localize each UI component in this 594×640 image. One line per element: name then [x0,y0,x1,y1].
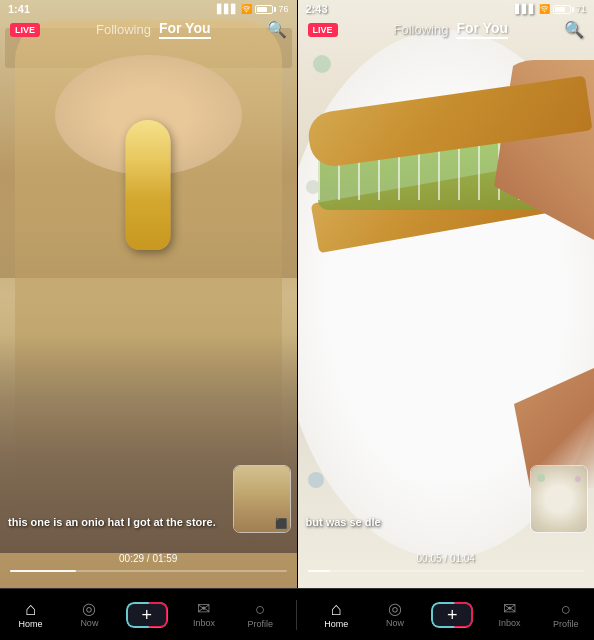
nav-divider [296,600,297,630]
right-nav-tabs[interactable]: Following For You [394,20,509,39]
now-label-left: Now [80,618,98,628]
inbox-icon-right: ✉ [503,601,516,617]
home-label-left: Home [19,619,43,629]
bottom-nav: ⌂ Home ◎ Now + ✉ Inbox ○ Profile [0,588,594,640]
nav-home-left[interactable]: ⌂ Home [8,600,53,629]
nav-add-left[interactable]: + [126,602,168,628]
left-caption: this one is an onio hat I got at the sto… [8,515,232,530]
nav-inbox-right[interactable]: ✉ Inbox [490,601,530,628]
inbox-label-left: Inbox [193,618,215,628]
thumbnail-right[interactable] [530,465,588,533]
profile-label-left: Profile [247,619,273,629]
profile-icon-right: ○ [561,601,571,618]
nav-now-left[interactable]: ◎ Now [69,601,109,628]
left-time: 1:41 [8,3,30,15]
battery-pct-right: 71 [576,4,586,14]
home-icon-right: ⌂ [331,600,342,618]
nav-add-right[interactable]: + [431,602,473,628]
left-time-display: 00:29 / 01:59 [0,548,297,566]
tab-foryou-left[interactable]: For You [159,20,211,39]
battery-pct-left: 76 [278,4,288,14]
signal-icon: ▋▋▋ [217,4,238,14]
now-icon-left: ◎ [82,601,96,617]
battery-icon: 76 [255,4,288,14]
battery-icon-right: 71 [553,4,586,14]
tab-following-left[interactable]: Following [96,22,151,37]
inbox-icon-left: ✉ [197,601,210,617]
time-text-left: 00:29 / 01:59 [119,553,177,564]
search-btn-right[interactable]: 🔍 [564,20,584,39]
progress-fill-left [10,570,76,572]
right-caption: but was se dle [306,515,530,530]
nav-inbox-left[interactable]: ✉ Inbox [184,601,224,628]
now-icon-right: ◎ [388,601,402,617]
videos-container: 1:41 ▋▋▋ 🛜 76 LIVE Follo [0,0,594,588]
tab-following-right[interactable]: Following [394,22,449,37]
nav-home-right[interactable]: ⌂ Home [314,600,359,629]
plus-btn-right[interactable]: + [431,602,473,628]
wifi-icon: 🛜 [241,4,252,14]
progress-bg-left [10,570,287,572]
left-progress-bar[interactable] [10,570,287,572]
inbox-label-right: Inbox [499,618,521,628]
app-container: 1:41 ▋▋▋ 🛜 76 LIVE Follo [0,0,594,640]
right-time-display: 00:05 / 01:04 [298,548,595,566]
tab-foryou-right[interactable]: For You [456,20,508,39]
right-status-bar: 2:43 ▋▋▋ 🛜 71 [298,0,595,18]
caption-text-right: but was se dle [306,515,530,530]
left-video-panel[interactable]: 1:41 ▋▋▋ 🛜 76 LIVE Follo [0,0,298,588]
profile-label-right: Profile [553,619,579,629]
caption-text-left: this one is an onio hat I got at the sto… [8,515,232,530]
nav-profile-right[interactable]: ○ Profile [546,601,586,629]
home-label-right: Home [324,619,348,629]
left-status-bar: 1:41 ▋▋▋ 🛜 76 [0,0,297,18]
live-badge-left: LIVE [10,23,40,37]
right-video-panel[interactable]: 2:43 ▋▋▋ 🛜 71 LIVE Follo [298,0,595,588]
right-progress-bar[interactable] [308,570,585,572]
now-label-right: Now [386,618,404,628]
bread-visual [126,120,171,250]
progress-bg-right [308,570,585,572]
right-header: LIVE Following For You 🔍 [298,16,595,43]
thumb-icon-left: ⬛ [275,518,287,529]
nav-profile-left[interactable]: ○ Profile [240,601,280,629]
plus-icon-right: + [447,606,458,624]
live-badge-right: LIVE [308,23,338,37]
right-status-icons: ▋▋▋ 🛜 71 [515,4,586,14]
dot3 [308,472,324,488]
right-time: 2:43 [306,3,328,15]
left-nav-tabs[interactable]: Following For You [96,20,211,39]
search-btn-left[interactable]: 🔍 [267,20,287,39]
left-status-icons: ▋▋▋ 🛜 76 [217,4,288,14]
wifi-icon-right: 🛜 [539,4,550,14]
signal-icon-right: ▋▋▋ [515,4,536,14]
time-text-right: 00:05 / 01:04 [417,553,475,564]
nav-now-right[interactable]: ◎ Now [375,601,415,628]
plus-icon-left: + [141,606,152,624]
left-header: LIVE Following For You 🔍 [0,16,297,43]
profile-icon-left: ○ [255,601,265,618]
dot1 [313,55,331,73]
thumbnail-left[interactable]: ⬛ [233,465,291,533]
plus-btn-left[interactable]: + [126,602,168,628]
progress-fill-right [308,570,330,572]
home-icon-left: ⌂ [25,600,36,618]
